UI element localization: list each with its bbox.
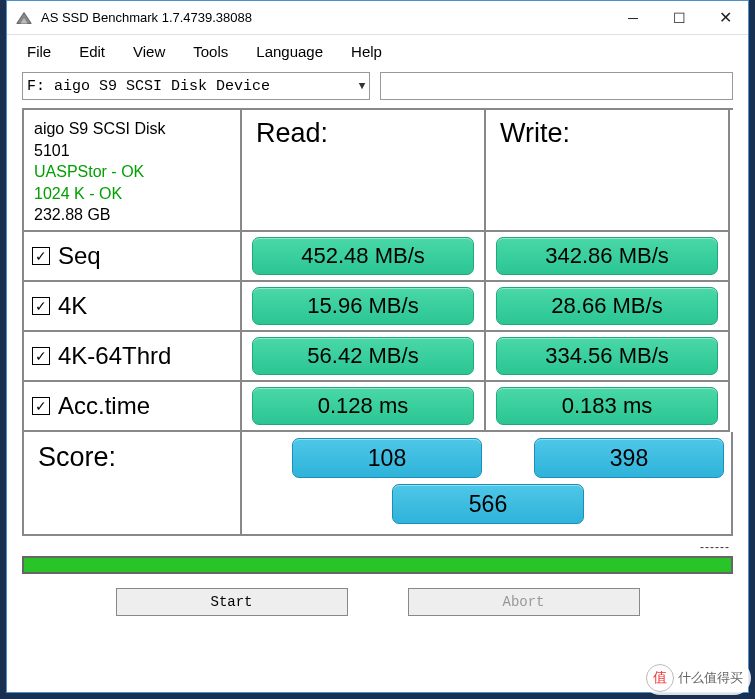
menu-file[interactable]: File [17,39,69,64]
4k64-write-value: 334.56 MB/s [496,337,719,375]
score-total: 566 [392,484,584,524]
4k-write-value: 28.66 MB/s [496,287,719,325]
header-read: Read: [242,110,486,232]
score-read: 108 [292,438,482,478]
abort-button: Abort [408,588,640,616]
drive-info: aigo S9 SCSI Disk 5101 UASPStor - OK 102… [24,110,242,232]
close-button[interactable]: ✕ [702,2,748,34]
4k64-read-value: 56.42 MB/s [252,337,475,375]
drive-code: 5101 [34,140,70,162]
menu-edit[interactable]: Edit [69,39,123,64]
menu-language[interactable]: Language [246,39,341,64]
acc-write-value: 0.183 ms [496,387,719,425]
checkbox-acc[interactable]: ✓ [32,397,50,415]
score-write: 398 [534,438,724,478]
selector-row: F: aigo S9 SCSI Disk Device ▼ [7,70,748,108]
score-label: Score: [24,432,242,536]
test-4k64-label: 4K-64Thrd [58,342,171,370]
drive-name: aigo S9 SCSI Disk [34,118,166,140]
test-4k-label: 4K [58,292,87,320]
chevron-down-icon: ▼ [359,80,366,92]
menu-help[interactable]: Help [341,39,400,64]
test-4k-row: ✓ 4K [24,282,242,332]
menu-tools[interactable]: Tools [183,39,246,64]
progress-bar [22,556,733,574]
drive-select-value: F: aigo S9 SCSI Disk Device [27,78,270,95]
watermark-text: 什么值得买 [678,669,743,687]
path-input[interactable] [380,72,733,100]
menu-view[interactable]: View [123,39,183,64]
button-row: Start Abort [7,588,748,626]
seq-read-value: 452.48 MB/s [252,237,475,275]
watermark: 值 什么值得买 [643,661,751,695]
minimize-button[interactable]: ─ [610,2,656,34]
maximize-button[interactable]: ☐ [656,2,702,34]
acc-read-value: 0.128 ms [252,387,475,425]
test-acc-label: Acc.time [58,392,150,420]
drive-block-status: 1024 K - OK [34,183,122,205]
window-controls: ─ ☐ ✕ [610,2,748,34]
titlebar[interactable]: AS SSD Benchmark 1.7.4739.38088 ─ ☐ ✕ [7,1,748,35]
drive-driver-status: UASPStor - OK [34,161,144,183]
test-acc-row: ✓ Acc.time [24,382,242,432]
app-icon [15,9,33,27]
results-grid: aigo S9 SCSI Disk 5101 UASPStor - OK 102… [22,108,733,536]
test-4k64-row: ✓ 4K-64Thrd [24,332,242,382]
window-title: AS SSD Benchmark 1.7.4739.38088 [41,10,610,25]
score-area: 108 398 566 [242,432,733,536]
checkbox-4k[interactable]: ✓ [32,297,50,315]
test-seq-label: Seq [58,242,101,270]
test-seq-row: ✓ Seq [24,232,242,282]
checkbox-seq[interactable]: ✓ [32,247,50,265]
seq-write-value: 342.86 MB/s [496,237,719,275]
resize-grip-icon[interactable]: ------ [7,536,748,556]
start-button[interactable]: Start [116,588,348,616]
app-window: AS SSD Benchmark 1.7.4739.38088 ─ ☐ ✕ Fi… [6,0,749,693]
drive-select[interactable]: F: aigo S9 SCSI Disk Device ▼ [22,72,370,100]
header-write: Write: [486,110,730,232]
menubar: File Edit View Tools Language Help [7,35,748,70]
checkbox-4k64[interactable]: ✓ [32,347,50,365]
watermark-badge: 值 [646,664,674,692]
4k-read-value: 15.96 MB/s [252,287,475,325]
drive-size: 232.88 GB [34,204,111,226]
